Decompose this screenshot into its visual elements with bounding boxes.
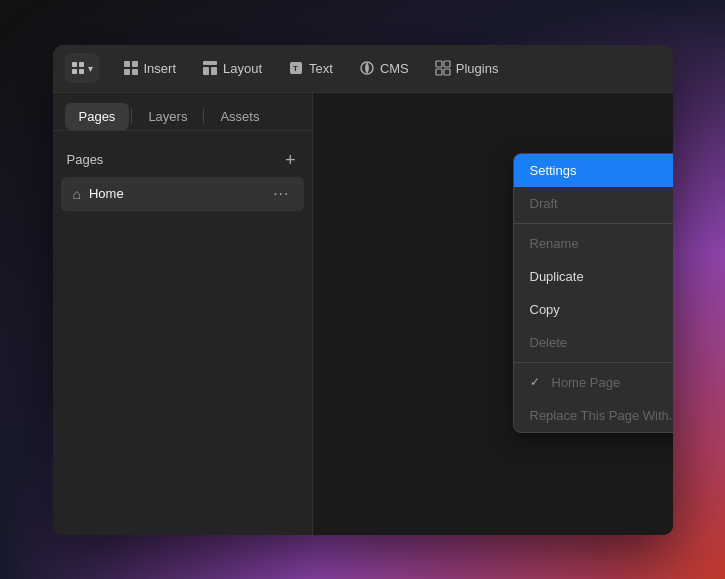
check-icon: ✓ (530, 375, 544, 389)
pages-section-title: Pages (67, 152, 104, 167)
svg-rect-7 (132, 69, 138, 75)
svg-rect-17 (444, 69, 450, 75)
svg-rect-5 (132, 61, 138, 67)
svg-rect-14 (436, 61, 442, 67)
menu-item-delete: Delete (514, 326, 673, 359)
svg-rect-16 (436, 69, 442, 75)
menu-divider-1 (514, 223, 673, 224)
toolbar: ▾ Insert Layout T Text (53, 45, 673, 93)
menu-item-duplicate[interactable]: Duplicate (514, 260, 673, 293)
tab-layers[interactable]: Layers (134, 103, 201, 130)
svg-rect-2 (72, 69, 77, 74)
page-more-button[interactable]: ··· (271, 185, 291, 203)
tab-assets[interactable]: Assets (206, 103, 273, 130)
menu-item-draft: Draft (514, 187, 673, 220)
home-icon: ⌂ (73, 186, 81, 202)
page-item-name: Home (89, 186, 124, 201)
svg-rect-8 (203, 61, 217, 65)
menu-divider-2 (514, 362, 673, 363)
pages-section-header: Pages + (53, 139, 312, 177)
svg-rect-1 (79, 62, 84, 67)
tab-divider-1 (131, 108, 132, 124)
plugins-button[interactable]: Plugins (425, 55, 509, 81)
content-area: Settings Draft Rename Duplicate Copy (313, 93, 673, 535)
logo-button[interactable]: ▾ (65, 53, 99, 83)
menu-item-rename: Rename (514, 227, 673, 260)
page-item-left: ⌂ Home (73, 186, 124, 202)
insert-button[interactable]: Insert (113, 55, 187, 81)
menu-item-replace: Replace This Page With... (514, 399, 673, 432)
tab-bar: Pages Layers Assets (53, 93, 312, 131)
cms-button[interactable]: CMS (349, 55, 419, 81)
svg-rect-9 (203, 67, 209, 75)
svg-rect-4 (124, 61, 130, 67)
page-item-home[interactable]: ⌂ Home ··· (61, 177, 304, 211)
app-window: ▾ Insert Layout T Text (53, 45, 673, 535)
tab-divider-2 (203, 108, 204, 124)
svg-rect-6 (124, 69, 130, 75)
svg-rect-0 (72, 62, 77, 67)
svg-rect-15 (444, 61, 450, 67)
layout-button[interactable]: Layout (192, 55, 272, 81)
menu-item-copy[interactable]: Copy (514, 293, 673, 326)
menu-item-homepage: ✓ Home Page (514, 366, 673, 399)
main-area: Pages Layers Assets Pages + ⌂ (53, 93, 673, 535)
svg-rect-10 (211, 67, 217, 75)
svg-rect-3 (79, 69, 84, 74)
svg-text:T: T (293, 64, 298, 73)
menu-item-settings[interactable]: Settings (514, 154, 673, 187)
text-button[interactable]: T Text (278, 55, 343, 81)
tab-pages[interactable]: Pages (65, 103, 130, 130)
add-page-button[interactable]: + (283, 151, 298, 169)
sidebar: Pages Layers Assets Pages + ⌂ (53, 93, 313, 535)
context-menu: Settings Draft Rename Duplicate Copy (513, 153, 673, 433)
